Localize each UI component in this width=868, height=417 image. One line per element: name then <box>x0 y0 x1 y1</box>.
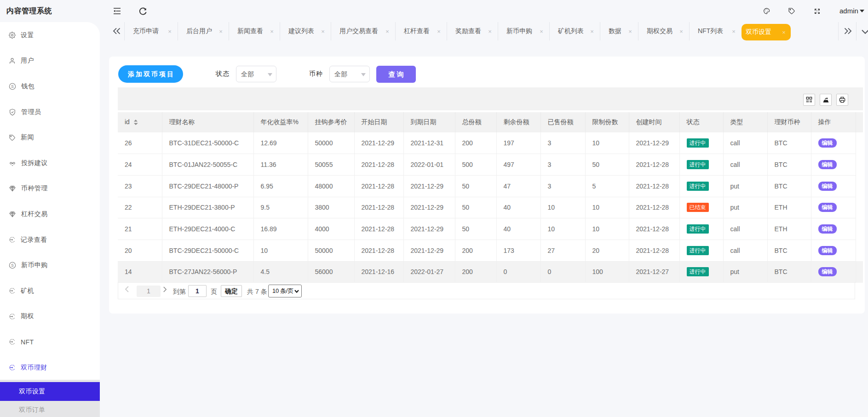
svg-text:S: S <box>11 263 14 268</box>
svg-text:S: S <box>11 84 14 89</box>
